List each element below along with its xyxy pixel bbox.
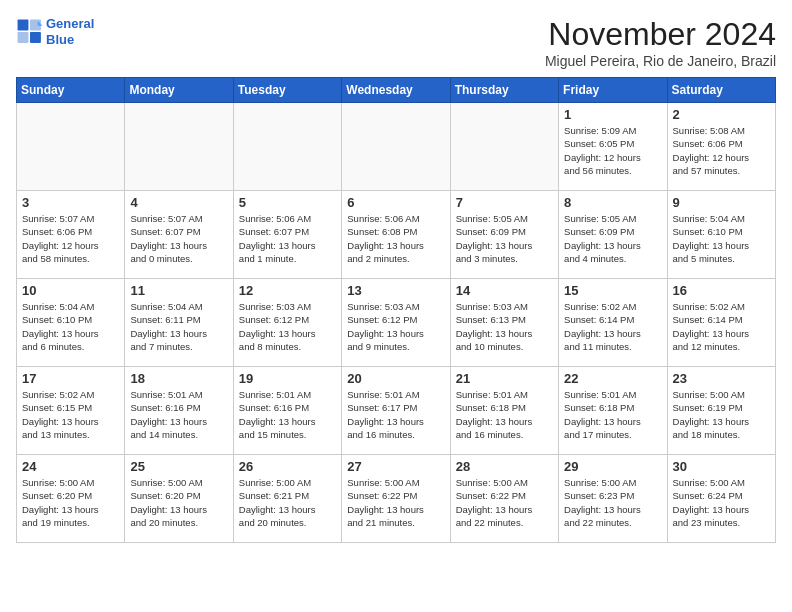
day-info: Sunrise: 5:00 AM Sunset: 6:19 PM Dayligh…	[673, 388, 770, 441]
day-info: Sunrise: 5:02 AM Sunset: 6:15 PM Dayligh…	[22, 388, 119, 441]
day-number: 6	[347, 195, 444, 210]
svg-rect-3	[30, 32, 41, 43]
calendar-cell: 7Sunrise: 5:05 AM Sunset: 6:09 PM Daylig…	[450, 191, 558, 279]
calendar-cell	[233, 103, 341, 191]
calendar-cell: 3Sunrise: 5:07 AM Sunset: 6:06 PM Daylig…	[17, 191, 125, 279]
day-info: Sunrise: 5:00 AM Sunset: 6:22 PM Dayligh…	[456, 476, 553, 529]
calendar-week-3: 10Sunrise: 5:04 AM Sunset: 6:10 PM Dayli…	[17, 279, 776, 367]
day-info: Sunrise: 5:00 AM Sunset: 6:23 PM Dayligh…	[564, 476, 661, 529]
calendar-header-row: SundayMondayTuesdayWednesdayThursdayFrid…	[17, 78, 776, 103]
column-header-monday: Monday	[125, 78, 233, 103]
day-info: Sunrise: 5:01 AM Sunset: 6:18 PM Dayligh…	[564, 388, 661, 441]
calendar-cell: 25Sunrise: 5:00 AM Sunset: 6:20 PM Dayli…	[125, 455, 233, 543]
calendar-cell: 1Sunrise: 5:09 AM Sunset: 6:05 PM Daylig…	[559, 103, 667, 191]
day-info: Sunrise: 5:04 AM Sunset: 6:10 PM Dayligh…	[673, 212, 770, 265]
day-info: Sunrise: 5:00 AM Sunset: 6:20 PM Dayligh…	[130, 476, 227, 529]
calendar-cell: 11Sunrise: 5:04 AM Sunset: 6:11 PM Dayli…	[125, 279, 233, 367]
day-number: 20	[347, 371, 444, 386]
day-number: 13	[347, 283, 444, 298]
calendar-week-1: 1Sunrise: 5:09 AM Sunset: 6:05 PM Daylig…	[17, 103, 776, 191]
calendar-cell	[17, 103, 125, 191]
calendar-week-4: 17Sunrise: 5:02 AM Sunset: 6:15 PM Dayli…	[17, 367, 776, 455]
day-number: 11	[130, 283, 227, 298]
day-number: 26	[239, 459, 336, 474]
day-number: 29	[564, 459, 661, 474]
calendar-cell: 14Sunrise: 5:03 AM Sunset: 6:13 PM Dayli…	[450, 279, 558, 367]
calendar-week-2: 3Sunrise: 5:07 AM Sunset: 6:06 PM Daylig…	[17, 191, 776, 279]
calendar-cell: 8Sunrise: 5:05 AM Sunset: 6:09 PM Daylig…	[559, 191, 667, 279]
day-info: Sunrise: 5:07 AM Sunset: 6:06 PM Dayligh…	[22, 212, 119, 265]
calendar-cell: 24Sunrise: 5:00 AM Sunset: 6:20 PM Dayli…	[17, 455, 125, 543]
day-info: Sunrise: 5:00 AM Sunset: 6:24 PM Dayligh…	[673, 476, 770, 529]
calendar-cell: 26Sunrise: 5:00 AM Sunset: 6:21 PM Dayli…	[233, 455, 341, 543]
calendar-cell: 18Sunrise: 5:01 AM Sunset: 6:16 PM Dayli…	[125, 367, 233, 455]
calendar-body: 1Sunrise: 5:09 AM Sunset: 6:05 PM Daylig…	[17, 103, 776, 543]
day-number: 17	[22, 371, 119, 386]
calendar-cell: 15Sunrise: 5:02 AM Sunset: 6:14 PM Dayli…	[559, 279, 667, 367]
day-number: 19	[239, 371, 336, 386]
day-number: 14	[456, 283, 553, 298]
day-info: Sunrise: 5:07 AM Sunset: 6:07 PM Dayligh…	[130, 212, 227, 265]
calendar-cell: 4Sunrise: 5:07 AM Sunset: 6:07 PM Daylig…	[125, 191, 233, 279]
day-number: 9	[673, 195, 770, 210]
location-title: Miguel Pereira, Rio de Janeiro, Brazil	[545, 53, 776, 69]
logo-line1: General	[46, 16, 94, 31]
month-title: November 2024	[545, 16, 776, 53]
day-number: 12	[239, 283, 336, 298]
title-block: November 2024 Miguel Pereira, Rio de Jan…	[545, 16, 776, 69]
day-number: 16	[673, 283, 770, 298]
day-number: 1	[564, 107, 661, 122]
day-info: Sunrise: 5:00 AM Sunset: 6:22 PM Dayligh…	[347, 476, 444, 529]
calendar-cell: 20Sunrise: 5:01 AM Sunset: 6:17 PM Dayli…	[342, 367, 450, 455]
day-number: 15	[564, 283, 661, 298]
day-info: Sunrise: 5:06 AM Sunset: 6:08 PM Dayligh…	[347, 212, 444, 265]
column-header-thursday: Thursday	[450, 78, 558, 103]
day-number: 21	[456, 371, 553, 386]
day-info: Sunrise: 5:02 AM Sunset: 6:14 PM Dayligh…	[564, 300, 661, 353]
logo: General Blue	[16, 16, 94, 47]
column-header-sunday: Sunday	[17, 78, 125, 103]
calendar-cell: 13Sunrise: 5:03 AM Sunset: 6:12 PM Dayli…	[342, 279, 450, 367]
calendar-cell: 21Sunrise: 5:01 AM Sunset: 6:18 PM Dayli…	[450, 367, 558, 455]
column-header-tuesday: Tuesday	[233, 78, 341, 103]
day-number: 30	[673, 459, 770, 474]
day-number: 4	[130, 195, 227, 210]
day-info: Sunrise: 5:02 AM Sunset: 6:14 PM Dayligh…	[673, 300, 770, 353]
calendar-cell: 17Sunrise: 5:02 AM Sunset: 6:15 PM Dayli…	[17, 367, 125, 455]
day-info: Sunrise: 5:00 AM Sunset: 6:21 PM Dayligh…	[239, 476, 336, 529]
calendar-week-5: 24Sunrise: 5:00 AM Sunset: 6:20 PM Dayli…	[17, 455, 776, 543]
day-info: Sunrise: 5:00 AM Sunset: 6:20 PM Dayligh…	[22, 476, 119, 529]
day-number: 23	[673, 371, 770, 386]
logo-line2: Blue	[46, 32, 74, 47]
calendar-cell: 5Sunrise: 5:06 AM Sunset: 6:07 PM Daylig…	[233, 191, 341, 279]
day-info: Sunrise: 5:01 AM Sunset: 6:17 PM Dayligh…	[347, 388, 444, 441]
day-number: 5	[239, 195, 336, 210]
calendar-cell: 30Sunrise: 5:00 AM Sunset: 6:24 PM Dayli…	[667, 455, 775, 543]
column-header-saturday: Saturday	[667, 78, 775, 103]
day-info: Sunrise: 5:01 AM Sunset: 6:16 PM Dayligh…	[239, 388, 336, 441]
day-number: 18	[130, 371, 227, 386]
calendar-cell: 2Sunrise: 5:08 AM Sunset: 6:06 PM Daylig…	[667, 103, 775, 191]
calendar-cell: 10Sunrise: 5:04 AM Sunset: 6:10 PM Dayli…	[17, 279, 125, 367]
day-info: Sunrise: 5:05 AM Sunset: 6:09 PM Dayligh…	[456, 212, 553, 265]
page-header: General Blue November 2024 Miguel Pereir…	[16, 16, 776, 69]
day-info: Sunrise: 5:05 AM Sunset: 6:09 PM Dayligh…	[564, 212, 661, 265]
svg-rect-0	[18, 19, 29, 30]
day-number: 27	[347, 459, 444, 474]
day-number: 2	[673, 107, 770, 122]
day-info: Sunrise: 5:04 AM Sunset: 6:10 PM Dayligh…	[22, 300, 119, 353]
calendar-cell: 23Sunrise: 5:00 AM Sunset: 6:19 PM Dayli…	[667, 367, 775, 455]
calendar-cell: 19Sunrise: 5:01 AM Sunset: 6:16 PM Dayli…	[233, 367, 341, 455]
day-info: Sunrise: 5:06 AM Sunset: 6:07 PM Dayligh…	[239, 212, 336, 265]
day-number: 10	[22, 283, 119, 298]
calendar-cell: 16Sunrise: 5:02 AM Sunset: 6:14 PM Dayli…	[667, 279, 775, 367]
day-number: 24	[22, 459, 119, 474]
column-header-friday: Friday	[559, 78, 667, 103]
calendar-cell: 27Sunrise: 5:00 AM Sunset: 6:22 PM Dayli…	[342, 455, 450, 543]
day-info: Sunrise: 5:01 AM Sunset: 6:18 PM Dayligh…	[456, 388, 553, 441]
day-info: Sunrise: 5:09 AM Sunset: 6:05 PM Dayligh…	[564, 124, 661, 177]
day-number: 8	[564, 195, 661, 210]
day-number: 22	[564, 371, 661, 386]
calendar-cell: 12Sunrise: 5:03 AM Sunset: 6:12 PM Dayli…	[233, 279, 341, 367]
day-number: 3	[22, 195, 119, 210]
